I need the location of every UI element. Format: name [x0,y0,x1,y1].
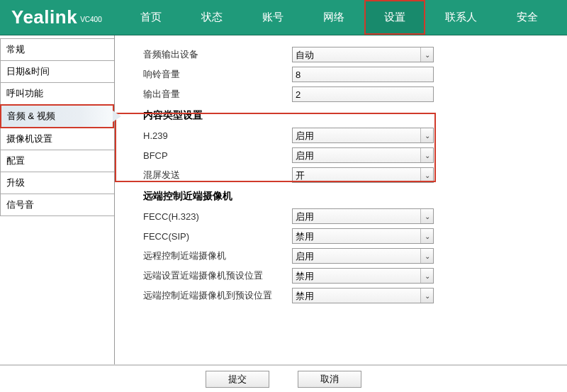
row-remote-ctrl-near: 远程控制近端摄像机 启用 ⌄ [143,248,553,264]
label-mixed-send: 混屏发送 [143,169,292,181]
sidebar-item-upgrade[interactable]: 升级 [0,172,114,194]
sidebar-item-datetime[interactable]: 日期&时间 [0,60,114,83]
input-output-volume[interactable] [292,86,434,102]
label-fecc-sip: FECC(SIP) [143,231,292,242]
row-audio-output-device: 音频输出设备 自动 ⌄ [143,47,553,62]
label-ring-volume: 响铃音量 [143,68,292,81]
row-h239: H.239 启用 ⌄ [143,128,553,143]
select-bfcp[interactable]: 启用 ⌄ [292,147,434,163]
section-content-type-title: 内容类型设置 [143,109,553,122]
select-mixed-send-input[interactable]: 开 [292,167,434,183]
sidebar-item-general[interactable]: 常规 [0,38,114,61]
row-far-ctrl-near-to-preset: 远端控制近端摄像机到预设位置 禁用 ⌄ [143,288,553,303]
submit-button[interactable]: 提交 [206,371,269,388]
select-mixed-send[interactable]: 开 ⌄ [292,167,434,183]
sidebar-item-av[interactable]: 音频 & 视频 [0,104,114,128]
sidebar-item-label: 升级 [6,177,25,188]
input-ring-volume[interactable] [292,67,434,82]
sidebar-item-label: 日期&时间 [6,66,50,77]
main: 音频输出设备 自动 ⌄ 响铃音量 输出音量 内容类型设置 H.239 启用 ⌄ … [115,35,567,364]
sidebar-item-label: 常规 [6,44,25,55]
topnav-settings[interactable]: 设置 [364,0,425,35]
topnav-network[interactable]: 网络 [303,0,364,35]
sidebar-item-call[interactable]: 呼叫功能 [0,82,114,105]
topnav-home[interactable]: 首页 [120,0,181,35]
section-fecc-title: 远端控制近端摄像机 [143,190,553,203]
brand: Yealink VC400 [0,6,120,28]
select-far-ctrl-near-to-preset-input[interactable]: 禁用 [292,288,434,303]
select-fecc-h323-input[interactable]: 启用 [292,208,434,224]
select-h239[interactable]: 启用 ⌄ [292,128,434,143]
select-fecc-sip[interactable]: 禁用 ⌄ [292,228,434,244]
select-remote-ctrl-near[interactable]: 启用 ⌄ [292,248,434,264]
sidebar-item-label: 摄像机设置 [6,133,52,144]
select-audio-output-device-input[interactable]: 自动 [292,47,434,62]
topnav-status[interactable]: 状态 [181,0,242,35]
label-output-volume: 输出音量 [143,88,292,101]
sidebar-item-camera[interactable]: 摄像机设置 [0,128,114,150]
sidebar-item-label: 呼叫功能 [6,88,43,99]
select-bfcp-input[interactable]: 启用 [292,147,434,163]
sidebar-item-tone[interactable]: 信号音 [0,194,114,216]
row-bfcp: BFCP 启用 ⌄ [143,147,553,163]
sidebar-item-label: 信号音 [6,199,34,210]
select-fecc-h323[interactable]: 启用 ⌄ [292,208,434,224]
select-h239-input[interactable]: 启用 [292,128,434,143]
topnav-account[interactable]: 账号 [242,0,303,35]
row-fecc-sip: FECC(SIP) 禁用 ⌄ [143,228,553,244]
page: 常规 日期&时间 呼叫功能 音频 & 视频 摄像机设置 配置 升级 信号音 音频… [0,35,567,365]
topnav-contacts[interactable]: 联系人 [425,0,497,35]
row-far-set-near-preset: 远端设置近端摄像机预设位置 禁用 ⌄ [143,268,553,284]
row-ring-volume: 响铃音量 [143,67,553,82]
label-remote-ctrl-near: 远程控制近端摄像机 [143,250,292,262]
sidebar-item-label: 配置 [6,155,25,166]
select-remote-ctrl-near-input[interactable]: 启用 [292,248,434,264]
label-far-ctrl-near-to-preset: 远端控制近端摄像机到预设位置 [143,289,292,302]
row-output-volume: 输出音量 [143,86,553,102]
cancel-button[interactable]: 取消 [298,371,361,388]
select-far-set-near-preset-input[interactable]: 禁用 [292,268,434,284]
sidebar-item-label: 音频 & 视频 [7,111,55,121]
row-fecc-h323: FECC(H.323) 启用 ⌄ [143,208,553,224]
select-audio-output-device[interactable]: 自动 ⌄ [292,47,434,62]
label-audio-output-device: 音频输出设备 [143,48,292,61]
topnav: 首页 状态 账号 网络 设置 联系人 安全 [120,0,558,35]
brand-sub: VC400 [80,16,102,23]
footer: 提交 取消 [0,365,567,392]
row-mixed-send: 混屏发送 开 ⌄ [143,167,553,183]
label-bfcp: BFCP [143,150,292,161]
label-h239: H.239 [143,130,292,141]
select-far-set-near-preset[interactable]: 禁用 ⌄ [292,268,434,284]
select-far-ctrl-near-to-preset[interactable]: 禁用 ⌄ [292,288,434,303]
sidebar: 常规 日期&时间 呼叫功能 音频 & 视频 摄像机设置 配置 升级 信号音 [0,35,115,364]
brand-main: Yealink [11,6,77,28]
label-fecc-h323: FECC(H.323) [143,211,292,222]
select-fecc-sip-input[interactable]: 禁用 [292,228,434,244]
label-far-set-near-preset: 远端设置近端摄像机预设位置 [143,269,292,282]
topbar: Yealink VC400 首页 状态 账号 网络 设置 联系人 安全 [0,0,567,35]
sidebar-item-config[interactable]: 配置 [0,150,114,172]
topnav-security[interactable]: 安全 [497,0,558,35]
